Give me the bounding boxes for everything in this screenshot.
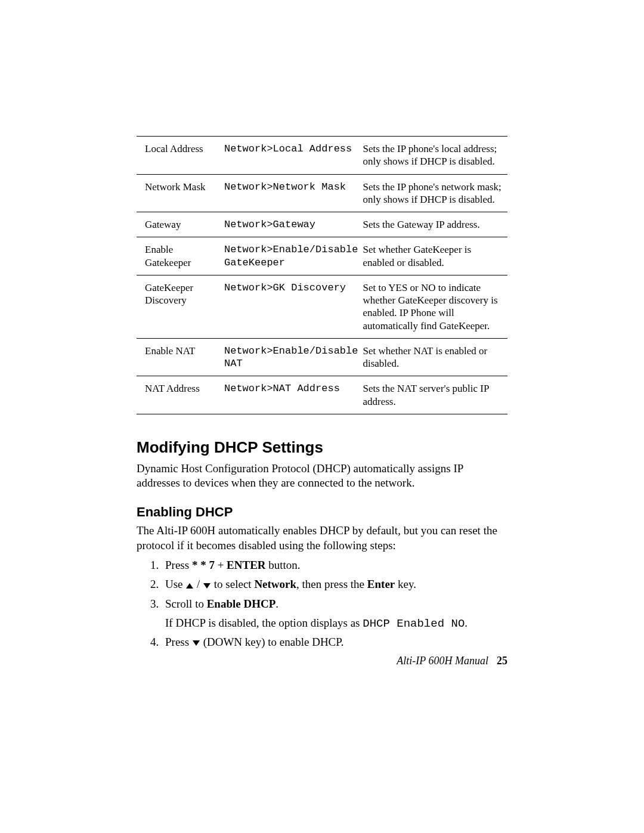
setting-desc: Set whether NAT is enabled or disabled.	[363, 338, 507, 376]
setting-desc: Set whether GateKeeper is enabled or dis…	[363, 237, 507, 275]
section-body: Dynamic Host Configuration Protocol (DHC…	[137, 462, 507, 491]
text: Use	[165, 578, 185, 590]
setting-desc: Sets the NAT server's public IP address.	[363, 376, 507, 414]
setting-name: Enable Gatekeeper	[137, 237, 224, 275]
section-heading: Modifying DHCP Settings	[137, 438, 507, 457]
setting-desc: Sets the IP phone's network mask; only s…	[363, 174, 507, 212]
page-content: Local AddressNetwork>Local AddressSets t…	[0, 0, 644, 651]
table-row: GatewayNetwork>GatewaySets the Gateway I…	[137, 212, 507, 237]
key-combo: * * 7	[192, 559, 215, 571]
setting-path: Network>NAT Address	[224, 376, 363, 414]
text: (DOWN key) to enable DHCP.	[200, 636, 344, 648]
setting-path: Network>Enable/Disable NAT	[224, 338, 363, 376]
text: .	[465, 617, 467, 629]
enter-key: Enter	[367, 578, 395, 590]
table-row: Enable GatekeeperNetwork>Enable/Disable …	[137, 237, 507, 275]
text: Press	[165, 636, 192, 648]
setting-name: Network Mask	[137, 174, 224, 212]
text: Scroll to	[165, 597, 207, 610]
text: /	[194, 578, 203, 590]
setting-path: Network>GK Discovery	[224, 275, 363, 338]
network-label: Network	[254, 578, 296, 590]
text: +	[215, 559, 227, 571]
subsection-heading: Enabling DHCP	[137, 504, 507, 520]
setting-path: Network>Gateway	[224, 212, 363, 237]
setting-desc: Set to YES or NO to indicate whether Gat…	[363, 275, 507, 338]
setting-path: Network>Local Address	[224, 137, 363, 175]
step-3-note: If DHCP is disabled, the option displays…	[165, 616, 507, 631]
setting-name: Local Address	[137, 137, 224, 175]
table-row: Enable NATNetwork>Enable/Disable NATSet …	[137, 338, 507, 376]
table-row: Network MaskNetwork>Network MaskSets the…	[137, 174, 507, 212]
arrow-down-icon	[203, 583, 210, 589]
table-row: Local AddressNetwork>Local AddressSets t…	[137, 137, 507, 175]
settings-table: Local AddressNetwork>Local AddressSets t…	[137, 136, 507, 414]
text: .	[275, 597, 278, 610]
setting-name: Enable NAT	[137, 338, 224, 376]
setting-name: GateKeeper Discovery	[137, 275, 224, 338]
text: button.	[266, 559, 301, 571]
step-3: Scroll to Enable DHCP. If DHCP is disabl…	[162, 595, 507, 631]
setting-name: NAT Address	[137, 376, 224, 414]
text: If DHCP is disabled, the option displays…	[165, 617, 363, 629]
setting-name: Gateway	[137, 212, 224, 237]
step-1: Press * * 7 + ENTER button.	[162, 556, 507, 574]
steps-list: Press * * 7 + ENTER button. Use / to sel…	[137, 556, 507, 651]
text: key.	[395, 578, 416, 590]
table-row: NAT AddressNetwork>NAT AddressSets the N…	[137, 376, 507, 414]
enter-key: ENTER	[227, 559, 265, 571]
arrow-up-icon	[186, 583, 193, 589]
enable-dhcp-label: Enable DHCP	[207, 597, 276, 610]
subsection-body: The Alti-IP 600H automatically enables D…	[137, 524, 507, 553]
setting-desc: Sets the Gateway IP address.	[363, 212, 507, 237]
setting-path: Network>Network Mask	[224, 174, 363, 212]
setting-desc: Sets the IP phone's local address; only …	[363, 137, 507, 175]
text: , then press the	[296, 578, 367, 590]
text: to select	[211, 578, 254, 590]
table-row: GateKeeper DiscoveryNetwork>GK Discovery…	[137, 275, 507, 338]
dhcp-enabled-no: DHCP Enabled NO	[363, 617, 465, 630]
step-2: Use / to select Network, then press the …	[162, 575, 507, 593]
page-number: 25	[497, 655, 507, 667]
arrow-down-icon	[193, 640, 200, 646]
setting-path: Network>Enable/Disable GateKeeper	[224, 237, 363, 275]
text: Press	[165, 559, 192, 571]
manual-title: Alti-IP 600H Manual	[397, 655, 488, 667]
step-4: Press (DOWN key) to enable DHCP.	[162, 633, 507, 651]
page-footer: Alti-IP 600H Manual25	[0, 655, 644, 667]
